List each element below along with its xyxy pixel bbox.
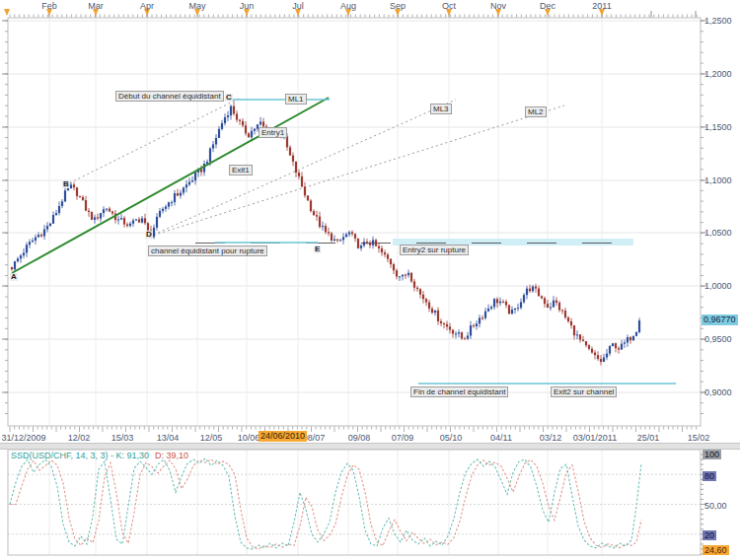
stochastic-k-value: K: 91,30 xyxy=(116,451,150,460)
month-marker-icon xyxy=(495,9,501,16)
month-marker-icon xyxy=(446,9,452,16)
indicator-name: SSD(USD/CHF, 14, 3, 3) - xyxy=(11,451,116,460)
current-price-badge: 0,96770 xyxy=(702,315,738,325)
panel-splitter[interactable] xyxy=(0,443,740,450)
chart-canvas[interactable] xyxy=(0,0,740,560)
month-marker-icon xyxy=(395,9,401,16)
month-marker-icon xyxy=(144,9,150,16)
month-marker-icon xyxy=(46,9,52,16)
trading-chart-window: FebMarAprMayJunJulAugSepOctNovDec2011 1,… xyxy=(0,0,740,560)
indicator-legend: SSD(USD/CHF, 14, 3, 3) - K: 91,30D: 39,1… xyxy=(11,451,188,460)
month-marker-icon xyxy=(295,9,301,16)
month-marker-icon xyxy=(93,9,99,16)
month-marker-icon xyxy=(599,9,605,16)
month-marker-icon xyxy=(4,9,10,16)
selected-date-badge: 24/06/2010 xyxy=(259,431,307,442)
stochastic-d-value: D: 39,10 xyxy=(155,451,188,460)
month-marker-icon xyxy=(244,9,250,16)
